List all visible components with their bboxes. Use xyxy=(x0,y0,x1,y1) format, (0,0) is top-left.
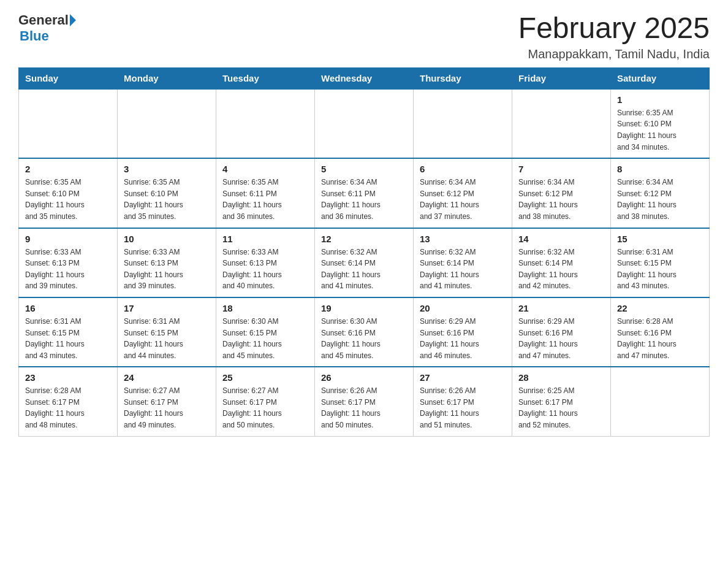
day-number: 21 xyxy=(518,303,604,313)
calendar-cell: 22Sunrise: 6:28 AMSunset: 6:16 PMDayligh… xyxy=(611,297,710,367)
day-number: 1 xyxy=(617,94,703,105)
day-info: Sunrise: 6:30 AMSunset: 6:15 PMDaylight:… xyxy=(222,316,308,361)
day-number: 10 xyxy=(124,234,210,244)
logo-general-text: General xyxy=(18,12,69,28)
calendar-week-row-1: 1Sunrise: 6:35 AMSunset: 6:10 PMDaylight… xyxy=(19,89,710,158)
day-info: Sunrise: 6:34 AMSunset: 6:12 PMDaylight:… xyxy=(518,177,604,222)
location-text: Manappakkam, Tamil Nadu, India xyxy=(518,47,710,61)
day-info: Sunrise: 6:34 AMSunset: 6:12 PMDaylight:… xyxy=(617,177,703,222)
calendar-cell: 6Sunrise: 6:34 AMSunset: 6:12 PMDaylight… xyxy=(414,158,512,228)
day-number: 28 xyxy=(518,372,604,383)
day-number: 11 xyxy=(222,234,308,244)
calendar-cell: 7Sunrise: 6:34 AMSunset: 6:12 PMDaylight… xyxy=(512,158,611,228)
day-info: Sunrise: 6:33 AMSunset: 6:13 PMDaylight:… xyxy=(25,247,111,292)
day-info: Sunrise: 6:31 AMSunset: 6:15 PMDaylight:… xyxy=(617,247,703,292)
calendar-cell: 23Sunrise: 6:28 AMSunset: 6:17 PMDayligh… xyxy=(19,367,118,436)
day-number: 23 xyxy=(25,372,111,383)
calendar-cell xyxy=(118,89,216,158)
calendar-cell: 20Sunrise: 6:29 AMSunset: 6:16 PMDayligh… xyxy=(414,297,512,367)
day-number: 14 xyxy=(518,234,604,244)
day-info: Sunrise: 6:27 AMSunset: 6:17 PMDaylight:… xyxy=(222,385,308,431)
calendar-cell: 26Sunrise: 6:26 AMSunset: 6:17 PMDayligh… xyxy=(315,367,414,436)
calendar-table: SundayMondayTuesdayWednesdayThursdayFrid… xyxy=(18,67,710,437)
calendar-week-row-3: 9Sunrise: 6:33 AMSunset: 6:13 PMDaylight… xyxy=(19,228,710,297)
day-info: Sunrise: 6:33 AMSunset: 6:13 PMDaylight:… xyxy=(222,247,308,292)
calendar-cell xyxy=(315,89,414,158)
title-area: February 2025 Manappakkam, Tamil Nadu, I… xyxy=(518,12,710,61)
calendar-cell: 28Sunrise: 6:25 AMSunset: 6:17 PMDayligh… xyxy=(512,367,611,436)
day-info: Sunrise: 6:35 AMSunset: 6:10 PMDaylight:… xyxy=(617,107,703,153)
day-number: 4 xyxy=(222,164,308,174)
calendar-cell xyxy=(414,89,512,158)
day-number: 27 xyxy=(420,372,506,383)
day-info: Sunrise: 6:26 AMSunset: 6:17 PMDaylight:… xyxy=(420,385,506,431)
calendar-cell: 12Sunrise: 6:32 AMSunset: 6:14 PMDayligh… xyxy=(315,228,414,297)
day-number: 5 xyxy=(321,164,407,174)
day-number: 20 xyxy=(420,303,506,313)
day-info: Sunrise: 6:32 AMSunset: 6:14 PMDaylight:… xyxy=(420,247,506,292)
calendar-cell: 17Sunrise: 6:31 AMSunset: 6:15 PMDayligh… xyxy=(118,297,216,367)
day-number: 15 xyxy=(617,234,703,244)
day-info: Sunrise: 6:26 AMSunset: 6:17 PMDaylight:… xyxy=(321,385,407,431)
calendar-cell: 2Sunrise: 6:35 AMSunset: 6:10 PMDaylight… xyxy=(19,158,118,228)
calendar-cell: 9Sunrise: 6:33 AMSunset: 6:13 PMDaylight… xyxy=(19,228,118,297)
calendar-cell: 21Sunrise: 6:29 AMSunset: 6:16 PMDayligh… xyxy=(512,297,611,367)
day-info: Sunrise: 6:33 AMSunset: 6:13 PMDaylight:… xyxy=(124,247,210,292)
calendar-header-wednesday: Wednesday xyxy=(315,67,414,89)
calendar-header-tuesday: Tuesday xyxy=(216,67,315,89)
calendar-cell: 18Sunrise: 6:30 AMSunset: 6:15 PMDayligh… xyxy=(216,297,315,367)
calendar-cell xyxy=(216,89,315,158)
day-number: 7 xyxy=(518,164,604,174)
day-info: Sunrise: 6:35 AMSunset: 6:11 PMDaylight:… xyxy=(222,177,308,222)
calendar-cell xyxy=(512,89,611,158)
calendar-cell: 15Sunrise: 6:31 AMSunset: 6:15 PMDayligh… xyxy=(611,228,710,297)
day-number: 8 xyxy=(617,164,703,174)
day-info: Sunrise: 6:32 AMSunset: 6:14 PMDaylight:… xyxy=(518,247,604,292)
day-info: Sunrise: 6:32 AMSunset: 6:14 PMDaylight:… xyxy=(321,247,407,292)
calendar-header-friday: Friday xyxy=(512,67,611,89)
day-info: Sunrise: 6:31 AMSunset: 6:15 PMDaylight:… xyxy=(25,316,111,361)
day-number: 6 xyxy=(420,164,506,174)
page-header: General Blue February 2025 Manappakkam, … xyxy=(18,12,710,61)
day-info: Sunrise: 6:27 AMSunset: 6:17 PMDaylight:… xyxy=(124,385,210,431)
day-number: 2 xyxy=(25,164,111,174)
day-number: 19 xyxy=(321,303,407,313)
calendar-cell: 24Sunrise: 6:27 AMSunset: 6:17 PMDayligh… xyxy=(118,367,216,436)
day-number: 3 xyxy=(124,164,210,174)
day-number: 17 xyxy=(124,303,210,313)
calendar-cell: 27Sunrise: 6:26 AMSunset: 6:17 PMDayligh… xyxy=(414,367,512,436)
calendar-header-saturday: Saturday xyxy=(611,67,710,89)
calendar-header-thursday: Thursday xyxy=(414,67,512,89)
day-number: 9 xyxy=(25,234,111,244)
calendar-cell xyxy=(19,89,118,158)
day-number: 13 xyxy=(420,234,506,244)
calendar-cell xyxy=(611,367,710,436)
calendar-cell: 13Sunrise: 6:32 AMSunset: 6:14 PMDayligh… xyxy=(414,228,512,297)
logo-triangle-icon xyxy=(70,14,76,26)
day-info: Sunrise: 6:29 AMSunset: 6:16 PMDaylight:… xyxy=(420,316,506,361)
calendar-week-row-5: 23Sunrise: 6:28 AMSunset: 6:17 PMDayligh… xyxy=(19,367,710,436)
day-number: 12 xyxy=(321,234,407,244)
day-number: 18 xyxy=(222,303,308,313)
calendar-header-monday: Monday xyxy=(118,67,216,89)
day-info: Sunrise: 6:30 AMSunset: 6:16 PMDaylight:… xyxy=(321,316,407,361)
logo-blue-text: Blue xyxy=(20,28,49,44)
calendar-cell: 11Sunrise: 6:33 AMSunset: 6:13 PMDayligh… xyxy=(216,228,315,297)
month-title: February 2025 xyxy=(518,12,710,45)
day-info: Sunrise: 6:28 AMSunset: 6:17 PMDaylight:… xyxy=(25,385,111,431)
calendar-cell: 10Sunrise: 6:33 AMSunset: 6:13 PMDayligh… xyxy=(118,228,216,297)
logo-blue-part xyxy=(69,14,77,26)
calendar-cell: 8Sunrise: 6:34 AMSunset: 6:12 PMDaylight… xyxy=(611,158,710,228)
calendar-cell: 3Sunrise: 6:35 AMSunset: 6:10 PMDaylight… xyxy=(118,158,216,228)
calendar-week-row-2: 2Sunrise: 6:35 AMSunset: 6:10 PMDaylight… xyxy=(19,158,710,228)
calendar-cell: 14Sunrise: 6:32 AMSunset: 6:14 PMDayligh… xyxy=(512,228,611,297)
day-info: Sunrise: 6:29 AMSunset: 6:16 PMDaylight:… xyxy=(518,316,604,361)
day-number: 22 xyxy=(617,303,703,313)
day-number: 26 xyxy=(321,372,407,383)
day-number: 16 xyxy=(25,303,111,313)
day-number: 24 xyxy=(124,372,210,383)
calendar-header-sunday: Sunday xyxy=(19,67,118,89)
calendar-cell: 19Sunrise: 6:30 AMSunset: 6:16 PMDayligh… xyxy=(315,297,414,367)
day-number: 25 xyxy=(222,372,308,383)
day-info: Sunrise: 6:34 AMSunset: 6:11 PMDaylight:… xyxy=(321,177,407,222)
